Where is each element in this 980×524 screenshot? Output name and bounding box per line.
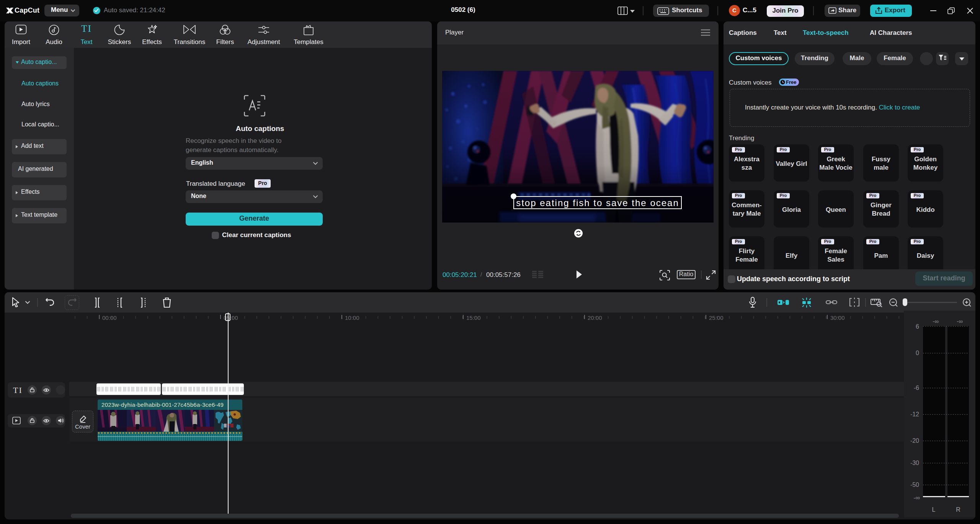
svg-text:15:00: 15:00 <box>466 314 481 321</box>
svg-text:-∞: -∞ <box>933 318 939 324</box>
svg-text:-20: -20 <box>910 437 919 444</box>
svg-text:0: 0 <box>916 350 919 356</box>
svg-text:30:00: 30:00 <box>830 314 845 321</box>
svg-text:10:00: 10:00 <box>345 314 359 321</box>
svg-text:20:00: 20:00 <box>588 314 602 321</box>
svg-text:6: 6 <box>916 323 919 330</box>
svg-text:-30: -30 <box>910 460 919 466</box>
svg-text:-50: -50 <box>910 481 919 488</box>
svg-text:-12: -12 <box>910 411 919 418</box>
svg-text:25:00: 25:00 <box>709 314 724 321</box>
svg-text:-6: -6 <box>914 385 919 391</box>
svg-text:R: R <box>956 506 960 513</box>
svg-text:00:00: 00:00 <box>102 314 117 321</box>
svg-text:L: L <box>932 506 936 513</box>
svg-text:-∞: -∞ <box>957 318 963 324</box>
svg-text:-∞: -∞ <box>913 495 920 501</box>
